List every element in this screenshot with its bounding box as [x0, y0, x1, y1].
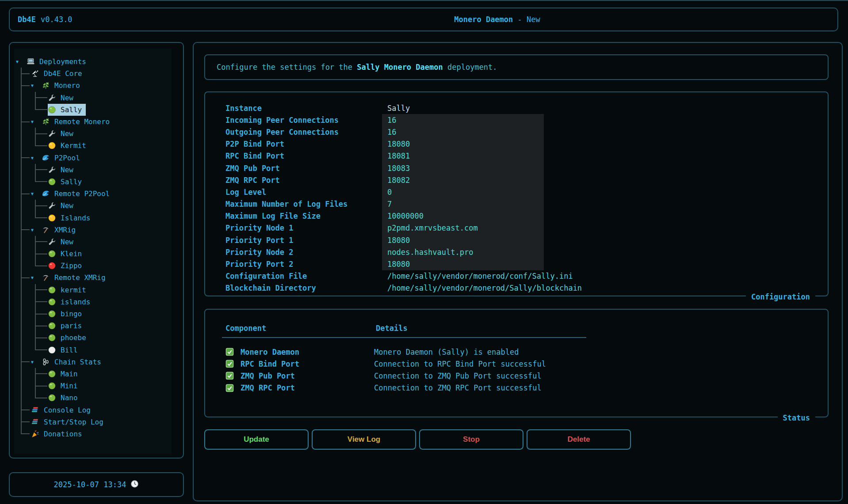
wave-icon	[42, 153, 51, 162]
satellite-icon	[31, 69, 41, 78]
config-value-priority-port-1[interactable]: 18080	[382, 234, 544, 246]
tree-item-remote-p2pool[interactable]: ▼Remote P2Pool	[14, 188, 172, 200]
tree-guide-line	[21, 368, 22, 380]
config-value-rpc-bind-port[interactable]: 18081	[382, 150, 544, 162]
tree-item-islands[interactable]: islands	[14, 296, 172, 308]
green-status-dot-icon	[48, 285, 57, 294]
config-value-p2p-bind-port[interactable]: 18080	[382, 138, 544, 150]
tree-item-content: ▼Remote P2Pool	[31, 188, 114, 200]
expand-arrow-icon[interactable]: ▼	[31, 155, 42, 160]
expand-arrow-icon[interactable]: ▼	[31, 275, 42, 280]
config-value-priority-node-1[interactable]: p2pmd.xmrvsbeast.com	[382, 222, 544, 234]
tree-guide-tick	[21, 277, 30, 278]
view-log-button[interactable]: View Log	[312, 429, 416, 450]
config-value-maximum-log-file-size[interactable]: 10000000	[382, 210, 544, 222]
delete-button[interactable]: Delete	[527, 429, 631, 450]
tree-item-chain-stats[interactable]: ▼Chain Stats	[14, 356, 172, 368]
tree-item-main[interactable]: Main	[14, 368, 172, 380]
tree-item-p2pool[interactable]: ▼P2Pool	[14, 152, 172, 164]
config-value-maximum-number-of-log-files[interactable]: 7	[382, 198, 544, 210]
tree-item-start-stop-log[interactable]: Start/Stop Log	[14, 416, 172, 428]
tree-item-sally[interactable]: Sally	[14, 176, 172, 188]
green-status-dot-icon	[48, 333, 57, 342]
tree-item-paris[interactable]: paris	[14, 320, 172, 332]
tree-item-donations[interactable]: Donations	[14, 428, 172, 440]
update-button[interactable]: Update	[204, 429, 309, 450]
tree-guide-tick	[35, 289, 47, 290]
configuration-panel: InstanceSallyIncoming Peer Connections16…	[204, 91, 829, 296]
tree-item-content: New	[48, 164, 77, 176]
tree-guide-tick	[35, 386, 47, 387]
chain-icon	[42, 357, 51, 366]
tree-item-islands[interactable]: Islands	[14, 212, 172, 224]
tree-guide-line	[21, 296, 22, 308]
config-value-outgoing-peer-connections[interactable]: 16	[382, 126, 544, 138]
info-banner: Configure the settings for the Sally Mon…	[204, 54, 829, 80]
tree-item-xmrig[interactable]: ▼XMRig	[14, 224, 172, 236]
tree-guide-tick	[35, 254, 47, 254]
tree-item-label: Mini	[61, 382, 78, 390]
tree-item-content: ▼Remote XMRig	[31, 272, 110, 284]
tree-item-new[interactable]: New	[14, 92, 172, 104]
tree-item-db4e-core[interactable]: Db4E Core	[14, 68, 172, 80]
tree-item-klein[interactable]: Klein	[14, 248, 172, 260]
config-value-incoming-peer-connections[interactable]: 16	[382, 114, 544, 126]
tree-guide-line	[21, 320, 22, 332]
books-icon	[31, 405, 41, 414]
tree-item-new[interactable]: New	[14, 164, 172, 176]
tree-guide-tick	[35, 314, 47, 315]
expand-arrow-icon[interactable]: ▼	[31, 191, 42, 196]
herb-icon	[42, 117, 51, 126]
tree-guide-tick	[35, 265, 47, 266]
tree-item-label: Main	[61, 370, 78, 378]
config-row-priority-port-2: Priority Port 218080	[205, 258, 828, 270]
tree-item-content: Main	[48, 368, 82, 380]
green-status-dot-icon	[48, 105, 57, 114]
tree-item-sally[interactable]: Sally	[14, 104, 172, 116]
expand-arrow-icon[interactable]: ▼	[31, 83, 42, 88]
tree-guide-line	[21, 140, 22, 152]
tree-guide-line	[21, 176, 22, 188]
expand-arrow-icon[interactable]: ▼	[16, 59, 27, 64]
config-value-priority-port-2[interactable]: 18080	[382, 258, 544, 270]
tree-item-bill[interactable]: Bill	[14, 344, 172, 356]
expand-arrow-icon[interactable]: ▼	[31, 227, 42, 232]
tree-item-label: Sally	[61, 178, 82, 186]
configuration-fields: InstanceSallyIncoming Peer Connections16…	[205, 102, 828, 294]
tree-guide-line	[35, 344, 36, 350]
config-value-zmq-rpc-port[interactable]: 18082	[382, 174, 544, 186]
tree-item-zippo[interactable]: Zippo	[14, 260, 172, 272]
config-row-rpc-bind-port: RPC Bind Port18081	[205, 150, 828, 162]
tree-item-kermit[interactable]: kermit	[14, 284, 172, 296]
config-value-zmq-pub-port[interactable]: 18083	[382, 162, 544, 174]
tree-item-console-log[interactable]: Console Log	[14, 404, 172, 416]
tree-item-content: Mini	[48, 380, 82, 392]
tree-item-kermit[interactable]: Kermit	[14, 140, 172, 152]
wrench-icon	[48, 237, 57, 246]
expand-arrow-icon[interactable]: ▼	[31, 119, 42, 124]
tree-item-nano[interactable]: Nano	[14, 392, 172, 404]
tree-item-deployments[interactable]: ▼Deployments	[14, 56, 172, 68]
tree-item-label: New	[61, 201, 73, 210]
tree-item-remote-xmrig[interactable]: ▼Remote XMRig	[14, 272, 172, 284]
config-label: ZMQ RPC Port	[225, 176, 382, 185]
tree-item-label: Bill	[61, 346, 78, 354]
config-value-log-level[interactable]: 0	[382, 186, 544, 198]
check-icon	[225, 360, 235, 368]
config-value-priority-node-2[interactable]: nodes.hashvault.pro	[382, 246, 544, 258]
config-row-maximum-number-of-log-files: Maximum Number of Log Files7	[205, 198, 828, 210]
tree-item-new[interactable]: New	[14, 200, 172, 212]
tree-item-remote-monero[interactable]: ▼Remote Monero	[14, 116, 172, 128]
tree-item-bingo[interactable]: bingo	[14, 308, 172, 320]
tree-item-mini[interactable]: Mini	[14, 380, 172, 392]
config-label: Priority Node 1	[225, 224, 382, 232]
status-row-zmq-pub-port: ZMQ Pub PortConnection to ZMQ Pub Port s…	[205, 370, 828, 382]
tree-item-new[interactable]: New	[14, 236, 172, 248]
tree-item-phoebe[interactable]: phoebe	[14, 332, 172, 344]
stop-button[interactable]: Stop	[419, 429, 523, 450]
config-label: ZMQ Pub Port	[225, 164, 382, 173]
tree-item-monero[interactable]: ▼Monero	[14, 80, 172, 91]
expand-arrow-icon[interactable]: ▼	[31, 360, 42, 364]
tree-item-label: Chain Stats	[54, 358, 101, 366]
tree-item-new[interactable]: New	[14, 128, 172, 140]
